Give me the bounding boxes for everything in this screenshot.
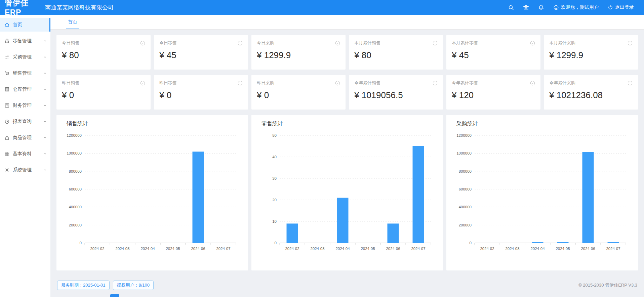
svg-text:2024-05: 2024-05	[361, 247, 375, 251]
content-column: 首页 今日销售 ¥ 80 今日零售 ¥ 45 今日采购 ¥ 1299.9	[50, 15, 644, 297]
sidebar-item-home[interactable]: 首页	[0, 18, 50, 32]
purchase-icon	[4, 54, 10, 60]
svg-text:2024-07: 2024-07	[411, 247, 425, 251]
svg-text:50: 50	[272, 133, 277, 137]
chevron-down-icon	[43, 87, 47, 91]
info-icon[interactable]	[530, 81, 535, 86]
info-icon[interactable]	[433, 41, 438, 46]
footer-badges: 服务到期：2025-01-01 授权用户：8/100	[57, 281, 154, 290]
sidebar-item-retail[interactable]: 零售管理	[0, 34, 50, 48]
stat-card: 今年累计零售 ¥ 120	[446, 75, 540, 110]
svg-text:2024-06: 2024-06	[386, 247, 400, 251]
stat-card: 本月累计零售 ¥ 45	[446, 35, 540, 70]
bell-icon[interactable]	[538, 4, 544, 10]
sidebar-item-goods[interactable]: 商品管理	[0, 131, 50, 144]
chevron-down-icon	[43, 71, 47, 75]
logout-button[interactable]: 退出登录	[608, 4, 634, 10]
stat-card: 今年累计销售 ¥ 1019056.5	[349, 75, 443, 110]
bar-chart: 0200000400000600000800000100000012000002…	[452, 129, 633, 262]
svg-text:2024-06: 2024-06	[581, 247, 595, 251]
svg-text:2024-03: 2024-03	[505, 247, 519, 251]
info-icon[interactable]	[628, 41, 633, 46]
bar-chart: 010203040502024-022024-032024-042024-052…	[257, 129, 438, 262]
warehouse-icon	[4, 87, 10, 92]
user-smile-icon	[553, 5, 559, 10]
sidebar-item-finance[interactable]: 财务管理	[0, 99, 50, 112]
chevron-down-icon	[43, 120, 47, 124]
welcome-text: 欢迎您，测试用户	[561, 4, 599, 10]
stat-card: 昨日采购 ¥ 0	[251, 75, 346, 110]
company-name: 南通某某网络科技有限公司	[45, 4, 114, 11]
info-icon[interactable]	[335, 41, 340, 46]
sidebar-item-warehouse[interactable]: 仓库管理	[0, 83, 50, 96]
bottom-blue-chip	[110, 294, 119, 297]
svg-text:2024-04: 2024-04	[140, 247, 155, 251]
svg-text:2024-06: 2024-06	[191, 247, 205, 251]
svg-text:200000: 200000	[459, 223, 472, 227]
header-actions: 欢迎您，测试用户 退出登录	[508, 4, 644, 10]
home-icon	[4, 22, 10, 28]
platform-icon[interactable]	[523, 4, 529, 10]
bar-2024-07	[413, 146, 424, 243]
chevron-down-icon	[43, 55, 47, 59]
svg-text:2024-07: 2024-07	[216, 247, 230, 251]
sidebar-item-purchase[interactable]: 采购管理	[0, 50, 50, 64]
sidebar: 首页 零售管理 采购管理 销售管理 仓库管理 财务管理 报表查询 商品管理 基本…	[0, 15, 50, 297]
info-icon[interactable]	[238, 41, 243, 46]
stat-card: 昨日销售 ¥ 0	[56, 75, 151, 110]
sidebar-item-sales[interactable]: 销售管理	[0, 67, 50, 80]
svg-text:1200000: 1200000	[456, 133, 472, 137]
svg-text:30: 30	[272, 176, 277, 180]
content-area[interactable]: 今日销售 ¥ 80 今日零售 ¥ 45 今日采购 ¥ 1299.9 本月累计销售	[50, 30, 644, 297]
bar-2024-06	[582, 152, 594, 243]
chart-panel-0: 销售统计 02000004000006000008000001000000120…	[56, 115, 248, 270]
sidebar-item-system[interactable]: 系统管理	[0, 163, 50, 177]
svg-text:800000: 800000	[69, 169, 82, 173]
bar-2024-04	[532, 242, 544, 243]
welcome-user[interactable]: 欢迎您，测试用户	[553, 4, 599, 10]
info-icon[interactable]	[140, 81, 145, 86]
info-icon[interactable]	[433, 81, 438, 86]
stat-card: 今年累计采购 ¥ 1021236.08	[544, 75, 638, 110]
svg-text:400000: 400000	[69, 205, 82, 209]
info-icon[interactable]	[530, 41, 535, 46]
tab-home[interactable]: 首页	[66, 19, 79, 29]
chart-panel-2: 采购统计 02000004000006000008000001000000120…	[446, 115, 638, 270]
footer: 服务到期：2025-01-01 授权用户：8/100 © 2015-2030 管…	[56, 276, 638, 290]
retail-icon	[4, 38, 10, 44]
svg-text:2024-02: 2024-02	[285, 247, 299, 251]
goods-icon	[4, 135, 10, 140]
info-icon[interactable]	[238, 81, 243, 86]
chevron-down-icon	[43, 168, 47, 172]
info-icon[interactable]	[335, 81, 340, 86]
search-icon[interactable]	[508, 5, 514, 10]
chevron-down-icon	[43, 136, 47, 140]
report-icon	[4, 119, 10, 124]
sidebar-item-basic[interactable]: 基本资料	[0, 147, 50, 161]
basic-icon	[4, 151, 10, 157]
stat-card: 今日销售 ¥ 80	[56, 35, 151, 70]
svg-text:1000000: 1000000	[67, 151, 82, 155]
app-root: 管伊佳ERP 南通某某网络科技有限公司 欢迎您，测试用户	[0, 0, 644, 297]
svg-text:2024-02: 2024-02	[90, 247, 104, 251]
svg-text:800000: 800000	[459, 169, 472, 173]
copyright: © 2015-2030 管伊佳ERP V3.3	[578, 282, 637, 288]
sidebar-item-report[interactable]: 报表查询	[0, 115, 50, 128]
svg-text:0: 0	[275, 241, 277, 245]
chart-panel-1: 零售统计 010203040502024-022024-032024-04202…	[251, 115, 443, 270]
info-icon[interactable]	[628, 81, 633, 86]
system-icon	[4, 167, 10, 173]
bar-2024-04	[337, 198, 349, 243]
stat-card: 今日零售 ¥ 45	[154, 35, 248, 70]
finance-icon	[4, 103, 10, 108]
stat-card: 本月累计销售 ¥ 80	[349, 35, 443, 70]
svg-text:1000000: 1000000	[456, 151, 472, 155]
svg-text:200000: 200000	[69, 223, 82, 227]
bar-2024-07	[608, 242, 619, 243]
svg-text:2024-03: 2024-03	[115, 247, 129, 251]
svg-text:2024-07: 2024-07	[606, 247, 620, 251]
info-icon[interactable]	[140, 41, 145, 46]
svg-text:600000: 600000	[459, 187, 472, 191]
sales-icon	[4, 71, 10, 76]
chevron-down-icon	[43, 152, 47, 156]
